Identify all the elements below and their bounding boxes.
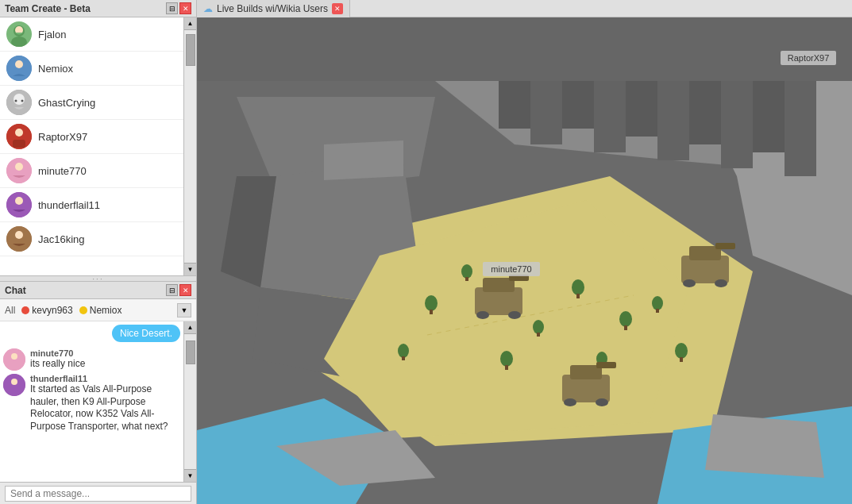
svg-point-73 bbox=[715, 279, 727, 287]
svg-point-21 bbox=[11, 379, 17, 385]
svg-marker-39 bbox=[324, 140, 403, 180]
scroll-down-btn[interactable]: ▼ bbox=[184, 263, 197, 275]
chat-panel: Chat ⊟ ✕ All kevyn963 Nemiox bbox=[0, 282, 196, 504]
chat-avatar bbox=[3, 374, 25, 396]
chat-restore-btn[interactable]: ⊟ bbox=[166, 284, 178, 296]
chat-message-content: minute770 its really nice bbox=[30, 348, 85, 371]
svg-point-77 bbox=[564, 398, 576, 406]
chat-input-area bbox=[0, 482, 196, 504]
member-item[interactable]: thunderflail11 bbox=[0, 188, 183, 222]
chat-text: It started as Vals All-Purpose hauler, t… bbox=[30, 383, 180, 433]
svg-point-17 bbox=[15, 231, 23, 239]
chat-message-content: thunderflail11 It started as Vals All-Pu… bbox=[30, 374, 180, 433]
filter-all[interactable]: All bbox=[5, 305, 15, 316]
team-create-close-btn[interactable]: ✕ bbox=[179, 2, 191, 14]
svg-rect-71 bbox=[715, 243, 735, 249]
svg-point-7 bbox=[15, 100, 17, 102]
avatar bbox=[6, 90, 32, 115]
svg-point-62 bbox=[398, 344, 409, 358]
svg-marker-30 bbox=[562, 81, 594, 129]
svg-marker-31 bbox=[594, 81, 626, 152]
filter-nemiox[interactable]: Nemiox bbox=[79, 305, 122, 316]
svg-marker-37 bbox=[785, 81, 816, 176]
chat-message: minute770 its really nice bbox=[3, 348, 180, 371]
avatar bbox=[6, 124, 32, 149]
svg-point-52 bbox=[572, 279, 584, 295]
member-name: Jac16king bbox=[38, 233, 85, 245]
avatar bbox=[6, 226, 32, 252]
chat-messages: Nice Desert. minute770 its really nice bbox=[0, 321, 183, 482]
kevyn-label: kevyn963 bbox=[32, 305, 72, 316]
chat-close-btn[interactable]: ✕ bbox=[179, 284, 191, 296]
svg-marker-28 bbox=[499, 81, 530, 129]
svg-point-78 bbox=[596, 398, 608, 406]
viewport-tab[interactable]: ☁ Live Builds wi/Wikia Users ✕ bbox=[197, 0, 350, 17]
chat-filter-bar: All kevyn963 Nemiox ▼ bbox=[0, 299, 196, 321]
member-name: RaptorX97 bbox=[38, 131, 87, 143]
scroll-up-btn[interactable]: ▲ bbox=[184, 17, 197, 30]
nemiox-label: Nemiox bbox=[90, 305, 122, 316]
svg-point-8 bbox=[21, 100, 24, 102]
svg-rect-59 bbox=[656, 309, 659, 313]
avatar bbox=[6, 192, 32, 217]
tab-label: Live Builds wi/Wikia Users bbox=[217, 3, 328, 14]
svg-marker-36 bbox=[753, 81, 785, 152]
svg-rect-61 bbox=[680, 357, 683, 362]
member-item[interactable]: Fjalon bbox=[0, 17, 183, 52]
svg-rect-76 bbox=[596, 362, 616, 368]
svg-rect-47 bbox=[465, 277, 468, 281]
avatar bbox=[6, 56, 32, 81]
svg-rect-49 bbox=[505, 365, 508, 370]
svg-marker-34 bbox=[689, 81, 721, 144]
chat-bubble-row: Nice Desert. bbox=[3, 325, 180, 342]
member-name: minute770 bbox=[38, 165, 87, 177]
chat-username: minute770 bbox=[30, 348, 85, 358]
svg-marker-29 bbox=[530, 81, 562, 144]
member-item[interactable]: GhastCrying bbox=[0, 86, 183, 120]
svg-point-13 bbox=[15, 163, 23, 171]
kevyn-dot bbox=[21, 306, 29, 314]
member-item[interactable]: RaptorX97 bbox=[0, 120, 183, 154]
svg-point-4 bbox=[15, 60, 23, 68]
svg-point-44 bbox=[425, 295, 438, 311]
member-item[interactable]: Jac16king bbox=[0, 222, 183, 256]
member-item[interactable]: Nemiox bbox=[0, 52, 183, 86]
svg-point-72 bbox=[683, 279, 696, 287]
chat-scrollbar[interactable]: ▲ ▼ bbox=[183, 321, 196, 482]
svg-point-67 bbox=[476, 311, 489, 319]
chat-title: Chat bbox=[5, 285, 26, 296]
nemiox-dot bbox=[79, 306, 87, 314]
svg-point-10 bbox=[15, 129, 23, 137]
member-name: thunderflail11 bbox=[38, 199, 100, 211]
tab-close-btn[interactable]: ✕ bbox=[332, 3, 343, 14]
svg-rect-11 bbox=[13, 140, 25, 148]
svg-rect-51 bbox=[537, 333, 540, 337]
cloud-icon: ☁ bbox=[203, 3, 213, 14]
svg-point-48 bbox=[500, 351, 513, 367]
svg-point-19 bbox=[11, 353, 17, 360]
member-name: Fjalon bbox=[38, 29, 66, 40]
svg-marker-33 bbox=[657, 81, 689, 160]
svg-text:RaptorX97: RaptorX97 bbox=[788, 53, 830, 63]
resize-handle[interactable]: ··· bbox=[0, 275, 196, 282]
svg-marker-32 bbox=[626, 81, 657, 137]
svg-point-15 bbox=[15, 197, 23, 205]
chat-text: its really nice bbox=[30, 358, 85, 371]
svg-point-50 bbox=[533, 320, 544, 334]
svg-text:minute770: minute770 bbox=[491, 264, 531, 274]
chat-username: thunderflail11 bbox=[30, 374, 180, 383]
chat-input[interactable] bbox=[5, 486, 191, 502]
chat-message: thunderflail11 It started as Vals All-Pu… bbox=[3, 374, 180, 433]
member-item[interactable]: minute770 bbox=[0, 154, 183, 188]
avatar bbox=[6, 158, 32, 183]
chat-scroll-down[interactable]: ▼ bbox=[184, 469, 197, 482]
chat-scroll-up[interactable]: ▲ bbox=[184, 321, 197, 334]
viewport-panel: ☁ Live Builds wi/Wikia Users ✕ bbox=[197, 0, 852, 504]
members-scrollbar[interactable]: ▲ ▼ bbox=[183, 17, 196, 275]
filter-kevyn[interactable]: kevyn963 bbox=[21, 305, 72, 316]
filter-dropdown-btn[interactable]: ▼ bbox=[177, 303, 191, 317]
team-create-restore-btn[interactable]: ⊟ bbox=[166, 2, 178, 14]
chat-bubble: Nice Desert. bbox=[112, 325, 180, 342]
viewport-tab-bar: ☁ Live Builds wi/Wikia Users ✕ bbox=[197, 0, 852, 17]
svg-marker-82 bbox=[705, 414, 824, 478]
